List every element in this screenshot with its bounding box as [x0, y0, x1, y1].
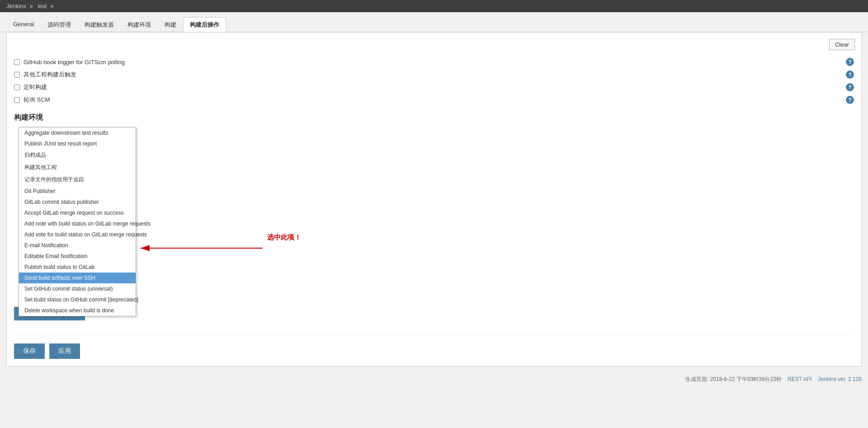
dropdown-item-3[interactable]: 归档成品 [19, 149, 136, 161]
dropdown-item-15[interactable]: Set GitHub commit status (universal) [19, 283, 136, 294]
dropdown-item-7[interactable]: GitLab commit status publisher [19, 197, 136, 207]
annotation-arrow [136, 239, 272, 266]
checkbox-row-3: 定时构建 ? [14, 83, 854, 91]
footer-generated: 生成页面: 2018-6-22 下午03时39分23秒 [685, 376, 782, 382]
clear-button[interactable]: Clear [829, 39, 855, 50]
dropdown-item-17[interactable]: Delete workspace when build is done [19, 305, 136, 316]
footer-jenkins-ver[interactable]: Jenkins ver. 2.128 [818, 376, 862, 382]
dropdown-item-13[interactable]: Publish build status to GitLab [19, 262, 136, 273]
chk-other-build-label: 其他工程构建后触发 [24, 71, 76, 79]
breadcrumb-sep2: ► [50, 3, 56, 9]
help-icon-1[interactable]: ? [846, 58, 854, 66]
apply-button[interactable]: 应用 [49, 343, 80, 359]
checkbox-row-2: 其他工程构建后触发 ? [14, 71, 854, 79]
breadcrumb-sep1: ► [29, 3, 35, 9]
tab-general[interactable]: General [6, 17, 41, 32]
save-button[interactable]: 保存 [14, 343, 45, 359]
footer-rest-api[interactable]: REST API [788, 376, 812, 382]
chk-github-hook[interactable] [14, 59, 20, 65]
action-buttons: 保存 应用 [14, 334, 854, 359]
dropdown-item-2[interactable]: Publish JUnit test result report [19, 138, 136, 149]
tab-post[interactable]: 构建后操作 [183, 17, 226, 32]
breadcrumb-bar: Jenkins ► test ► [0, 0, 868, 12]
dropdown-item-1[interactable]: Aggregate downstream test results [19, 127, 136, 138]
dropdown-item-10[interactable]: Add vote for build status on GitLab merg… [19, 229, 136, 240]
dropdown-menu: Aggregate downstream test results Publis… [19, 127, 136, 316]
tab-build[interactable]: 构建 [158, 17, 183, 32]
chk-poll-scm[interactable] [14, 97, 20, 103]
dropdown-item-8[interactable]: Accept GitLab merge request on success [19, 207, 136, 218]
tab-source[interactable]: 源码管理 [41, 17, 78, 32]
dropdown-item-4[interactable]: 构建其他工程 [19, 161, 136, 174]
chk-github-hook-label: GitHub hook trigger for GITScm polling [24, 59, 125, 66]
breadcrumb-jenkins[interactable]: Jenkins [6, 3, 26, 9]
checkbox-row-1: GitHub hook trigger for GITScm polling ? [14, 58, 854, 66]
chk-poll-scm-label: 轮询 SCM [24, 96, 50, 104]
dropdown-item-6[interactable]: Git Publisher [19, 186, 136, 197]
chk-other-build[interactable] [14, 72, 20, 78]
footer: 生成页面: 2018-6-22 下午03时39分23秒 REST API Jen… [0, 373, 868, 386]
section-heading-build-env: 构建环境 [14, 113, 854, 122]
tabs-bar: General 源码管理 构建触发器 构建环境 构建 构建后操作 [0, 12, 868, 32]
dropdown-item-9[interactable]: Add note with build status on GitLab mer… [19, 218, 136, 229]
help-icon-3[interactable]: ? [846, 83, 854, 91]
tab-env[interactable]: 构建环境 [121, 17, 158, 32]
content-panel: Clear GitHub hook trigger for GITScm pol… [6, 32, 862, 367]
help-icon-2[interactable]: ? [846, 71, 854, 79]
breadcrumb-test[interactable]: test [38, 3, 47, 9]
chk-timed-build-label: 定时构建 [24, 83, 47, 91]
annotation-text: 选中此项！ [267, 233, 301, 242]
dropdown-item-5[interactable]: 记录文件的指纹用于追踪 [19, 174, 136, 186]
tab-trigger[interactable]: 构建触发器 [78, 17, 121, 32]
dropdown-item-16[interactable]: Set build status on GitHub commit [depre… [19, 294, 136, 305]
chk-timed-build[interactable] [14, 85, 20, 90]
checkbox-row-4: 轮询 SCM ? [14, 96, 854, 104]
help-icon-4[interactable]: ? [846, 96, 854, 104]
dropdown-item-12[interactable]: Editable Email Notification [19, 251, 136, 262]
dropdown-item-11[interactable]: E-mail Notification [19, 240, 136, 251]
dropdown-item-14[interactable]: Send build artifacts over SSH [19, 273, 136, 283]
